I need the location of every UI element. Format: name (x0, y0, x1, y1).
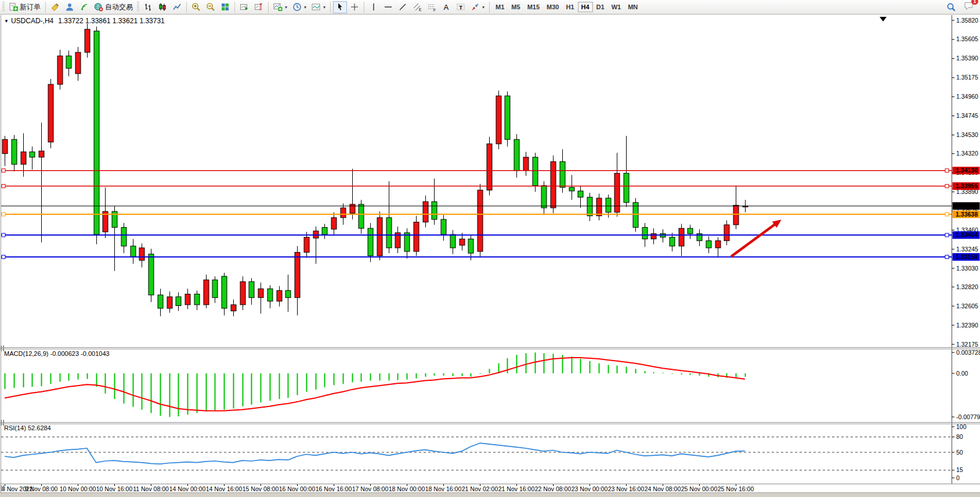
zoom-out-icon (206, 2, 215, 12)
timeframe-button-m30[interactable]: M30 (543, 2, 562, 12)
line-chart-button[interactable] (170, 1, 184, 13)
periods-button[interactable]: ▾ (290, 1, 309, 13)
signal-button[interactable] (77, 1, 91, 13)
cursor-tool-button[interactable] (333, 1, 347, 13)
rsi-levels: 1008050150 (1, 423, 967, 481)
toolbar-grip[interactable] (2, 2, 5, 12)
candlestick-chart-button[interactable] (156, 1, 169, 13)
profile-button[interactable] (63, 1, 77, 13)
toolbar-separator (45, 2, 46, 13)
trendline-tool-button[interactable] (396, 1, 410, 13)
chart-menu-triangle-icon[interactable]: ▼ (4, 19, 9, 24)
toolbar-separator (268, 2, 269, 13)
svg-text:1.32175: 1.32175 (956, 341, 978, 348)
svg-text:0.00: 0.00 (956, 370, 968, 377)
timeframe-button-m1[interactable]: M1 (492, 2, 508, 12)
svg-text:1.34530: 1.34530 (956, 131, 978, 138)
template-icon (312, 2, 321, 12)
svg-text:18 Nov 00:00: 18 Nov 00:00 (389, 485, 425, 492)
svg-text:80: 80 (956, 433, 963, 440)
notifications-button[interactable]: 1 (964, 1, 974, 13)
auto-scroll-icon (240, 2, 249, 12)
tile-windows-button[interactable] (218, 1, 232, 13)
svg-text:21 Nov 16:00: 21 Nov 16:00 (498, 485, 535, 492)
svg-text:1.35175: 1.35175 (956, 74, 978, 81)
price-chart-canvas[interactable]: 1.358201.356051.353901.351751.349601.347… (0, 15, 980, 497)
chevron-down-icon: ▾ (304, 5, 306, 10)
svg-text:23 Nov 00:00: 23 Nov 00:00 (572, 485, 608, 492)
svg-text:15: 15 (956, 466, 963, 473)
toolbar-separator (330, 2, 331, 13)
svg-text:24 Nov 08:00: 24 Nov 08:00 (645, 485, 681, 492)
autotrade-button[interactable]: 自动交易 (92, 1, 135, 13)
svg-text:14 Nov 00:00: 14 Nov 00:00 (169, 485, 206, 492)
svg-text:1.33404: 1.33404 (956, 231, 978, 238)
svg-text:1.32820: 1.32820 (956, 283, 978, 290)
svg-text:14 Nov 16:00: 14 Nov 16:00 (206, 485, 243, 492)
arrows-tool-button[interactable]: ▾ (468, 1, 487, 13)
svg-text:21 Nov 02:00: 21 Nov 02:00 (462, 485, 498, 492)
chart-window[interactable]: 1.358201.356051.353901.351751.349601.347… (0, 15, 980, 497)
horizontal-line-tool-button[interactable] (381, 1, 395, 13)
timeframe-button-h1[interactable]: H1 (562, 2, 577, 12)
svg-text:1.33955: 1.33955 (956, 182, 978, 189)
trend-arrow[interactable] (731, 219, 782, 257)
svg-text:1.33638: 1.33638 (956, 211, 978, 218)
svg-text:T: T (459, 4, 462, 10)
vertical-line-tool-button[interactable] (367, 1, 381, 13)
cleanup-button[interactable] (48, 1, 62, 13)
timeframe-button-w1[interactable]: W1 (608, 2, 625, 12)
new-order-button[interactable]: 新订单 (6, 1, 43, 13)
svg-text:1.34320: 1.34320 (956, 150, 978, 157)
search-button[interactable] (944, 1, 959, 13)
line-chart-icon (172, 2, 182, 12)
timeframe-button-m15[interactable]: M15 (524, 2, 543, 12)
macd-axis: 0.0037280.00-0.007792 (952, 349, 980, 420)
toolbar-separator (234, 2, 235, 13)
svg-text:10 Nov 16:00: 10 Nov 16:00 (96, 485, 133, 492)
svg-text:1.34745: 1.34745 (956, 112, 978, 119)
bar-chart-button[interactable] (141, 1, 155, 13)
equidistant-channel-icon: E (413, 2, 422, 12)
toolbar-separator (489, 2, 490, 13)
crosshair-tool-button[interactable] (348, 1, 361, 13)
svg-text:1.33158: 1.33158 (956, 253, 978, 260)
timeframe-button-m5[interactable]: M5 (508, 2, 523, 12)
svg-text:17 Nov 08:00: 17 Nov 08:00 (352, 485, 389, 492)
auto-scroll-button[interactable] (237, 1, 251, 13)
window-chrome (0, 15, 980, 497)
svg-text:0: 0 (956, 474, 960, 481)
channel-tool-button[interactable]: E (410, 1, 424, 13)
crosshair-icon (350, 2, 359, 12)
timeframe-button-d1[interactable]: D1 (593, 2, 608, 12)
chart-shift-button[interactable] (252, 1, 266, 13)
timeframe-button-h4[interactable]: H4 (578, 2, 593, 12)
autotrade-label: 自动交易 (105, 2, 133, 12)
svg-text:25 Nov 16:00: 25 Nov 16:00 (718, 485, 754, 492)
svg-text:1.33030: 1.33030 (956, 265, 978, 272)
chart-shift-marker-icon[interactable] (880, 17, 887, 21)
macd-pane (5, 352, 746, 417)
macd-label: MACD(12,26,9) -0.000623 -0.001043 (4, 350, 110, 357)
toolbar-separator (186, 2, 187, 13)
templates-button[interactable]: ▾ (309, 1, 328, 13)
duster-icon (50, 2, 60, 12)
time-axis[interactable]: 8 Nov 20229 Nov 08:0010 Nov 00:0010 Nov … (2, 484, 754, 492)
toolbar-grip[interactable] (137, 2, 139, 12)
notification-badge: 1 (971, 0, 978, 5)
ohlc-values: 1.33722 1.33861 1.33621 1.33731 (58, 17, 165, 25)
mt4-window: 新订单 自动交易 ▾ ▾ ▾ E F A (0, 0, 980, 497)
label-tool-button[interactable]: T (454, 1, 468, 13)
svg-text:18 Nov 16:00: 18 Nov 16:00 (425, 485, 462, 492)
zoom-out-button[interactable] (204, 1, 218, 13)
svg-text:1.33245: 1.33245 (956, 246, 978, 253)
text-tool-button[interactable]: A (439, 1, 453, 13)
svg-text:16 Nov 16:00: 16 Nov 16:00 (316, 485, 352, 492)
chevron-down-icon: ▾ (285, 5, 287, 10)
indicators-button[interactable]: ▾ (271, 1, 290, 13)
svg-text:15 Nov 08:00: 15 Nov 08:00 (243, 485, 279, 492)
timeframe-button-mn[interactable]: MN (624, 2, 641, 12)
zoom-in-button[interactable] (189, 1, 203, 13)
candlestick-icon (158, 2, 167, 12)
fibonacci-tool-button[interactable]: F (425, 1, 439, 13)
